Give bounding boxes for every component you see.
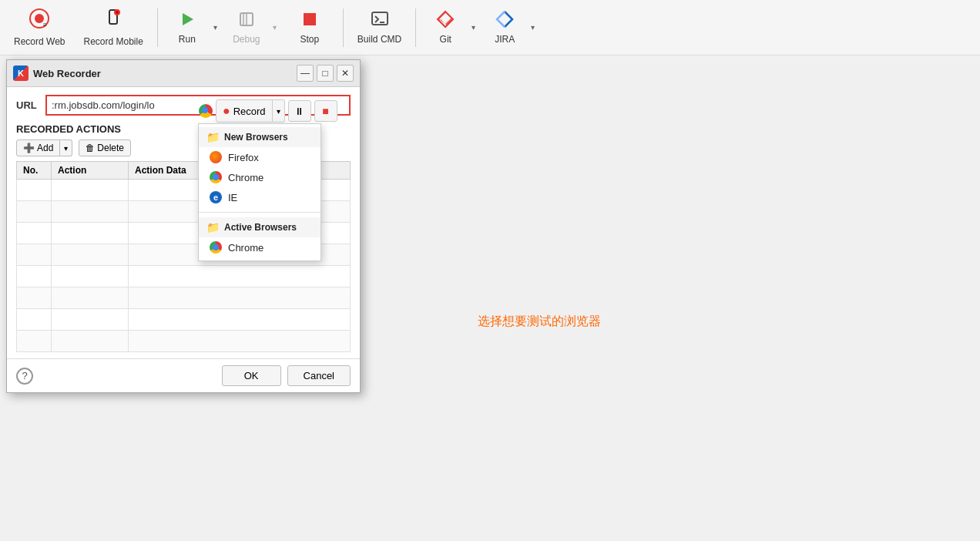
debug-label: Debug (233, 34, 260, 45)
browser-hint: 选择想要测试的浏览器 (478, 314, 601, 330)
dialog-logo: K (13, 66, 29, 81)
git-button[interactable]: Git (422, 5, 468, 49)
chrome-new-icon (210, 171, 222, 183)
build-cmd-icon (371, 10, 389, 31)
add-button[interactable]: ➕ Add (16, 139, 60, 156)
record-mobile-label: Record Mobile (83, 36, 143, 47)
dialog-footer: ? OK Cancel (7, 358, 360, 392)
git-button-group: Git ▾ (422, 5, 478, 49)
table-row (17, 266, 351, 287)
debug-button-group: Debug ▾ (223, 5, 280, 49)
record-button-group: ● Record ▾ (216, 99, 285, 123)
browser-firefox-item[interactable]: Firefox (199, 147, 321, 167)
chrome-active-icon (210, 241, 222, 254)
help-button[interactable]: ? (16, 368, 33, 385)
add-button-group: ➕ Add ▾ (16, 139, 72, 156)
record-web-button[interactable]: ≡ Record Web (6, 4, 72, 52)
table-row (17, 309, 351, 331)
dialog-titlebar: K Web Recorder — □ ✕ (7, 60, 360, 87)
browser-chrome-icon (199, 104, 213, 118)
svg-text:≡: ≡ (43, 22, 47, 29)
dialog-minimize-button[interactable]: — (297, 65, 314, 82)
dialog-title: Web Recorder (33, 68, 292, 79)
pause-button[interactable]: ⏸ (288, 100, 311, 122)
run-button[interactable]: Run (164, 5, 210, 49)
record-web-label: Record Web (14, 36, 65, 47)
stop-recording-button[interactable]: ■ (314, 100, 337, 122)
svg-point-5 (116, 11, 119, 14)
url-label: URL (16, 99, 41, 111)
active-browsers-header: 📁 Active Browsers (199, 217, 321, 237)
separator-2 (343, 8, 344, 47)
jira-label: JIRA (495, 34, 515, 45)
browser-chrome-new-item[interactable]: Chrome (199, 167, 321, 187)
record-dot-icon: ● (223, 104, 230, 118)
table-row (17, 287, 351, 309)
cancel-button[interactable]: Cancel (287, 365, 351, 386)
delete-button[interactable]: 🗑 Delete (79, 139, 131, 156)
record-controls-panel: ● Record ▾ ⏸ ■ (199, 99, 337, 123)
dialog-controls: — □ ✕ (297, 65, 354, 82)
active-browsers-section: 📁 Active Browsers Chrome (199, 214, 321, 260)
record-mobile-icon (103, 8, 123, 33)
dialog-maximize-button[interactable]: □ (317, 65, 334, 82)
stop-recording-icon: ■ (322, 105, 328, 117)
run-icon (178, 10, 196, 31)
active-folder-icon: 📁 (206, 221, 220, 234)
add-dropdown-button[interactable]: ▾ (60, 139, 72, 156)
jira-button[interactable]: JIRA (482, 5, 528, 49)
browser-chrome-active-item[interactable]: Chrome (199, 237, 321, 257)
record-mobile-button[interactable]: Record Mobile (76, 4, 150, 52)
record-button[interactable]: ● Record (216, 99, 273, 123)
git-icon (436, 10, 455, 31)
folder-icon: 📁 (206, 131, 220, 143)
run-dropdown-button[interactable]: ▾ (210, 5, 220, 49)
debug-button[interactable]: Debug (223, 5, 270, 49)
firefox-icon (210, 151, 222, 163)
svg-rect-10 (304, 13, 316, 25)
build-cmd-label: Build CMD (357, 34, 401, 45)
main-area: 输入想要测试的URL K Web Recorder — □ ✕ URL RECO… (0, 55, 980, 541)
stop-button[interactable]: Stop (283, 5, 337, 49)
debug-dropdown-button[interactable]: ▾ (270, 5, 280, 49)
separator-1 (157, 8, 158, 47)
stop-icon (300, 10, 319, 31)
stop-label: Stop (300, 34, 320, 45)
run-label: Run (179, 34, 196, 45)
add-icon: ➕ (23, 143, 35, 153)
build-cmd-button[interactable]: Build CMD (350, 5, 409, 49)
run-button-group: Run ▾ (164, 5, 220, 49)
new-browsers-section: 📁 New Browsers Firefox Chrome e IE (199, 124, 321, 210)
ie-icon: e (210, 191, 222, 203)
jira-icon (495, 10, 514, 31)
git-dropdown-button[interactable]: ▾ (468, 5, 478, 49)
svg-marker-6 (183, 13, 193, 25)
debug-icon (237, 10, 256, 31)
jira-dropdown-button[interactable]: ▾ (528, 5, 538, 49)
separator-3 (415, 8, 416, 47)
browser-dropdown: 📁 New Browsers Firefox Chrome e IE (198, 123, 321, 261)
record-dropdown-button[interactable]: ▾ (273, 99, 285, 123)
new-browsers-header: 📁 New Browsers (199, 127, 321, 147)
pause-icon: ⏸ (294, 106, 304, 117)
jira-button-group: JIRA ▾ (482, 5, 538, 49)
browser-ie-item[interactable]: e IE (199, 187, 321, 207)
git-label: Git (440, 34, 451, 45)
ok-button[interactable]: OK (222, 365, 281, 386)
delete-icon: 🗑 (86, 143, 95, 153)
col-no-header: No. (17, 162, 52, 180)
col-action-header: Action (52, 162, 129, 180)
footer-buttons: OK Cancel (222, 365, 351, 386)
dropdown-divider (199, 212, 321, 213)
table-row (17, 331, 351, 352)
dialog-close-button[interactable]: ✕ (337, 65, 354, 82)
record-web-icon: ≡ (29, 8, 49, 33)
main-toolbar: ≡ Record Web Record Mobile Run ▾ (0, 0, 980, 55)
